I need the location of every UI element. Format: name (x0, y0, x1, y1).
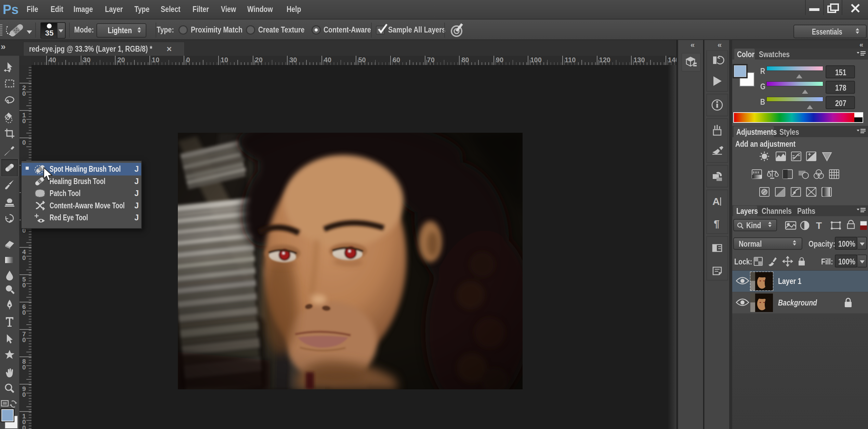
svg-text:¶: ¶ (714, 218, 720, 229)
svg-text:A: A (712, 196, 720, 207)
svg-text:T: T (816, 220, 822, 231)
